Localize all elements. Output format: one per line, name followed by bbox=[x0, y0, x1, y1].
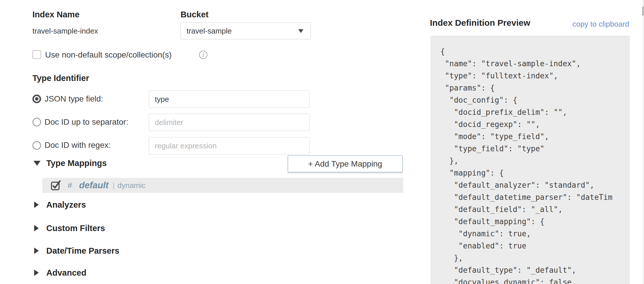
scope-checkbox[interactable] bbox=[32, 50, 41, 59]
info-icon[interactable]: i bbox=[199, 51, 207, 59]
type-mappings-header[interactable]: Type Mappings bbox=[46, 158, 107, 168]
mapping-name: default bbox=[79, 180, 109, 191]
section-advanced[interactable]: Advanced bbox=[46, 268, 87, 278]
copy-to-clipboard-link[interactable]: copy to clipboard bbox=[572, 20, 629, 29]
bucket-select[interactable]: travel-sample bbox=[181, 23, 311, 39]
page-scrollbar-thumb[interactable] bbox=[642, 6, 644, 16]
mapping-mode: dynamic bbox=[117, 181, 146, 190]
json-type-field-input[interactable] bbox=[149, 91, 310, 108]
chevron-down-icon[interactable] bbox=[34, 161, 41, 166]
radio-json-type-field[interactable] bbox=[32, 95, 41, 103]
radio-docid-regex-label: Doc ID with regex: bbox=[45, 141, 111, 150]
docid-separator-input[interactable] bbox=[149, 114, 310, 131]
section-datetime-parsers[interactable]: Date/Time Parsers bbox=[46, 246, 119, 256]
index-name-label: Index Name bbox=[32, 10, 80, 19]
section-analyzers[interactable]: Analyzers bbox=[46, 200, 86, 210]
chevron-right-icon[interactable] bbox=[34, 202, 39, 208]
page-scrollbar-track bbox=[643, 0, 643, 284]
index-definition-json: { "name": "travel-sample-index", "type":… bbox=[430, 36, 630, 284]
mapping-separator: | bbox=[113, 181, 115, 190]
index-definition-preview-title: Index Definition Preview bbox=[430, 18, 530, 28]
chevron-right-icon[interactable] bbox=[34, 270, 39, 276]
chevron-right-icon[interactable] bbox=[34, 248, 39, 254]
type-mapping-row-default[interactable]: # default | dynamic bbox=[42, 178, 403, 193]
chevron-right-icon[interactable] bbox=[34, 225, 39, 231]
hash-icon: # bbox=[68, 181, 72, 190]
radio-docid-regex[interactable] bbox=[32, 141, 41, 150]
section-custom-filters[interactable]: Custom Filters bbox=[46, 224, 105, 233]
add-type-mapping-button[interactable]: + Add Type Mapping bbox=[288, 155, 403, 172]
docid-regex-input[interactable] bbox=[149, 137, 310, 154]
scope-checkbox-label: Use non-default scope/collection(s) bbox=[45, 50, 172, 60]
radio-json-type-field-label: JSON type field: bbox=[45, 94, 103, 104]
type-identifier-label: Type Identifier bbox=[32, 73, 89, 83]
bucket-label: Bucket bbox=[181, 10, 209, 19]
create-index-page: Index Name travel-sample-index Bucket tr… bbox=[0, 0, 644, 284]
chevron-down-icon bbox=[298, 29, 303, 33]
index-name-value: travel-sample-index bbox=[32, 27, 98, 36]
radio-docid-separator-label: Doc ID up to separator: bbox=[45, 117, 128, 127]
index-definition-code-panel: { "name": "travel-sample-index", "type":… bbox=[430, 36, 630, 284]
bucket-select-value: travel-sample bbox=[181, 27, 298, 36]
checked-checkbox-icon[interactable] bbox=[51, 180, 61, 190]
radio-docid-separator[interactable] bbox=[32, 118, 41, 126]
